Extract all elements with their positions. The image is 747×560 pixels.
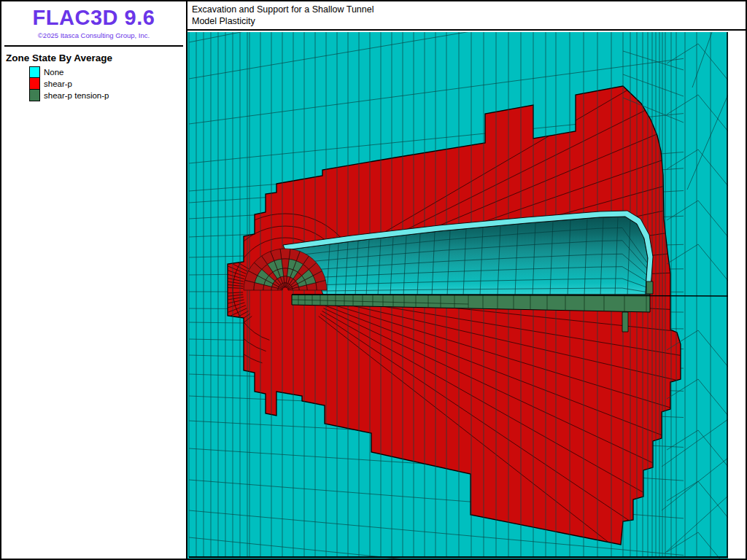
- plot-title-line1: Excavation and Support for a Shallow Tun…: [192, 4, 746, 15]
- legend-item-shear-p-tension-p: shear-p tension-p: [29, 90, 186, 101]
- flac3d-logo: FLAC3D 9.6: [1, 6, 186, 30]
- plot-legend-panel: FLAC3D 9.6 ©2025 Itasca Consulting Group…: [1, 1, 186, 559]
- legend-item-none: None: [29, 66, 186, 78]
- shear-p-color-swatch: [29, 78, 40, 90]
- none-color-swatch: [29, 66, 40, 78]
- legend-label: None: [44, 68, 64, 77]
- plot-title-line2: Model Plasticity: [192, 15, 746, 27]
- legend-label: shear-p: [44, 79, 72, 88]
- shear-p-tension-p-color-swatch: [29, 90, 40, 101]
- legend-item-shear-p: shear-p: [29, 78, 186, 90]
- legend-title: Zone State By Average: [6, 52, 186, 63]
- legend-divider: [4, 45, 183, 47]
- legend-label: shear-p tension-p: [44, 91, 109, 100]
- flac3d-window: FLAC3D 9.6 ©2025 Itasca Consulting Group…: [0, 0, 747, 560]
- 3d-view[interactable]: [187, 32, 728, 559]
- zone-state-mesh[interactable]: [187, 32, 728, 559]
- view-margin: [727, 32, 746, 559]
- itasca-copyright: ©2025 Itasca Consulting Group, Inc.: [1, 31, 186, 39]
- plot-title: Excavation and Support for a Shallow Tun…: [187, 1, 746, 31]
